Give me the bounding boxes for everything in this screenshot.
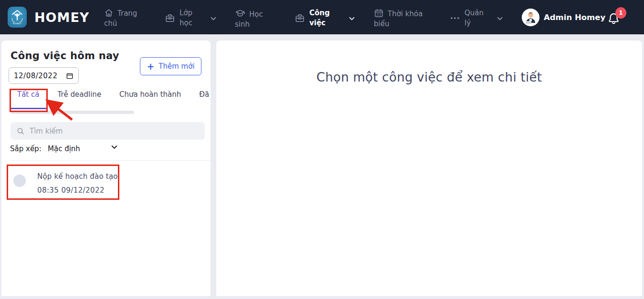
home-icon [104, 8, 114, 18]
nav-item-label: Lớp học [179, 8, 202, 28]
chevron-down-icon[interactable] [348, 14, 356, 23]
active-tab-indicator [11, 108, 48, 109]
tabs-scrollbar[interactable] [11, 111, 134, 114]
nav-item-label: Quản lý [465, 8, 488, 28]
sort-chevron-down-icon[interactable] [110, 143, 119, 152]
date-value: 12/08/2022 [14, 72, 57, 80]
add-new-button[interactable]: + Thêm mới [140, 57, 201, 75]
briefcase-icon [165, 13, 175, 23]
task-checkbox[interactable] [13, 175, 26, 187]
date-input[interactable]: 12/08/2022 [9, 67, 79, 84]
nav-item-hoc-sinh[interactable]: Học sinh [235, 8, 273, 30]
calendar-picker-icon[interactable] [66, 72, 74, 80]
chevron-down-icon[interactable] [496, 14, 504, 23]
task-panel: Công việc hôm nay 12/08/2022 + Thêm mới … [1, 41, 211, 296]
search-icon [16, 127, 25, 135]
nav-item-thoi-khoa-bieu[interactable]: Thời khóa biểu [374, 8, 431, 29]
tab-tat-ca[interactable]: Tất cả [17, 90, 39, 104]
sort-label: Sắp xếp: [10, 144, 42, 153]
brand-title[interactable]: HOMEY [34, 10, 89, 25]
homey-logo-icon: HOMEY [9, 8, 25, 26]
nav-item-cong-viec[interactable]: Công việc [295, 8, 334, 28]
task-time: 08:35 09/12/2022 [37, 186, 105, 195]
nav-item-lop-hoc[interactable]: Lớp học [165, 8, 202, 28]
user-name[interactable]: Admin Homey [544, 13, 605, 22]
empty-state-message: Chọn một công việc để xem chi tiết [216, 41, 642, 84]
chevron-down-icon[interactable] [209, 14, 218, 23]
divider [10, 160, 211, 161]
task-list-item[interactable]: Nộp kế hoạch đào tạo 08:35 09/12/2022 [1, 165, 211, 200]
avatar[interactable] [522, 9, 539, 26]
detail-panel: Chọn một công việc để xem chi tiết [216, 41, 642, 296]
nav-item-label: Công việc [309, 8, 334, 28]
search-box [11, 122, 205, 140]
calendar-icon [374, 8, 384, 18]
task-tabs: Tất cả Trễ deadline Chưa hoàn thành Đã [1, 90, 211, 104]
panel-title: Công việc hôm nay [11, 50, 119, 62]
ellipsis-icon [450, 13, 460, 23]
add-new-label: Thêm mới [158, 62, 194, 71]
briefcase-icon [295, 13, 305, 23]
search-input[interactable] [30, 127, 199, 135]
nav-item-quan-ly[interactable]: Quản lý [450, 8, 488, 28]
homey-logo[interactable]: HOMEY [8, 7, 27, 28]
navbar: HOMEY HOMEY Trang chủ Lớp học Học sinh C… [0, 0, 644, 34]
tab-chua-hoan-thanh[interactable]: Chưa hoàn thành [119, 90, 181, 104]
avatar-illustration [522, 9, 539, 26]
nav-item-trang-chu[interactable]: Trang chủ [104, 8, 146, 29]
tab-da-hoan-thanh[interactable]: Đã [199, 90, 209, 104]
graduation-cap-icon [235, 8, 245, 19]
plus-icon: + [147, 62, 154, 71]
svg-text:HOMEY: HOMEY [13, 22, 22, 25]
tab-tre-deadline[interactable]: Trễ deadline [57, 90, 101, 104]
sort-select[interactable]: Mặc định [48, 144, 80, 153]
task-title: Nộp kế hoạch đào tạo [37, 172, 118, 181]
notification-badge[interactable]: 1 [615, 7, 626, 19]
